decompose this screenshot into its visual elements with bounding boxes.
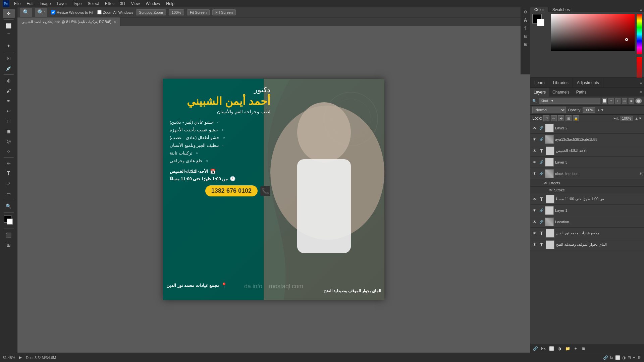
adjustment-filter-icon[interactable]: ✦ — [608, 98, 614, 104]
layers-icon[interactable]: ⊟ — [522, 33, 529, 40]
mini-bridge-icon[interactable]: ⊞ — [522, 41, 529, 48]
eye-days[interactable]: 👁 — [532, 148, 538, 154]
eye-layer2[interactable]: 👁 — [532, 125, 538, 131]
move-tool[interactable]: ✛ — [3, 9, 15, 18]
learn-tab[interactable]: Learn — [530, 78, 549, 87]
stamp-tool[interactable]: ✒ — [3, 96, 15, 106]
lock-artboard-icon[interactable]: ⊞ — [566, 115, 572, 121]
add-style-icon[interactable]: Fx — [540, 346, 546, 352]
crop-tool[interactable]: ⊡ — [3, 54, 15, 63]
zoom-out-icon[interactable]: 🔍- — [35, 8, 47, 17]
layer-item-layer3[interactable]: 👁 🔗 Layer 3 — [530, 157, 644, 168]
eye-loc-text2[interactable]: 👁 — [532, 242, 538, 248]
document-tab[interactable]: إعلان.د احمد الشبيني.psd @ 81.5% (تركيبا… — [17, 17, 120, 26]
opacity-stepper[interactable]: ▲▼ — [597, 108, 604, 112]
gradient-tool[interactable]: ▣ — [3, 126, 15, 136]
menu-layer[interactable]: Layer — [54, 1, 69, 7]
fit-screen-btn[interactable]: Fit Screen — [187, 9, 210, 15]
lock-pixels-icon[interactable]: ✏ — [551, 115, 557, 121]
brush-tool[interactable]: 🖌 — [3, 86, 15, 96]
pixel-filter-icon[interactable]: ⬜ — [602, 98, 607, 104]
layers-kind-filter[interactable]: Kind ▼ — [539, 98, 600, 104]
fullscreen-btn[interactable]: ⊞ — [3, 240, 15, 250]
learn-panel-collapse[interactable]: ≡ — [638, 80, 644, 85]
layer-item-location[interactable]: 👁 🔗 Location. — [530, 216, 644, 228]
history-brush[interactable]: ↩ — [3, 106, 15, 116]
adjustment-icon-status[interactable]: ◑ — [622, 355, 626, 360]
layers-panel-collapse[interactable]: ≡ — [638, 90, 644, 95]
eye-aya[interactable]: 👁 — [532, 136, 538, 142]
menu-select[interactable]: Select — [85, 1, 101, 7]
scrubby-zoom-btn[interactable]: Scrubby Zoom — [136, 9, 166, 15]
paragraph-icon[interactable]: ¶ — [522, 25, 529, 32]
eye-layer1[interactable]: 👁 — [532, 207, 538, 214]
eye-location[interactable]: 👁 — [532, 219, 538, 225]
plus-icon-status[interactable]: + — [633, 355, 635, 360]
layer-item-layer1[interactable]: 👁 🔗 Layer 1 — [530, 205, 644, 216]
effects-eye[interactable]: 👁 — [544, 181, 547, 185]
menu-edit[interactable]: Edit — [24, 1, 36, 7]
menu-file[interactable]: File — [11, 1, 23, 7]
stroke-eye[interactable]: 👁 — [549, 188, 553, 192]
fill-input[interactable] — [621, 116, 633, 121]
eraser-tool[interactable]: ◻ — [3, 116, 15, 126]
healing-tool[interactable]: ⊕ — [3, 76, 15, 85]
layer-item-hours[interactable]: 👁 T من 1:00 ظهرًا حتى 11:00 مساءً — [530, 193, 644, 205]
menu-window[interactable]: Window — [143, 1, 163, 7]
eye-clock[interactable]: 👁 — [532, 171, 538, 177]
zoom-pct-btn[interactable]: 100% — [169, 9, 184, 15]
type-tool[interactable]: T — [3, 169, 15, 178]
fill-stepper[interactable]: ▲▼ — [635, 116, 642, 120]
layer-item-layer2[interactable]: 👁 🔗 Layer 2 — [530, 122, 644, 134]
delete-icon-status[interactable]: 🗑 — [637, 355, 641, 360]
mask-icon-status[interactable]: ⬜ — [615, 355, 620, 360]
add-adjustment-icon[interactable]: ◑ — [556, 346, 562, 352]
quick-select-tool[interactable]: ✦ — [3, 41, 15, 51]
add-layer-icon[interactable]: + — [573, 346, 579, 352]
add-group-icon[interactable]: 📁 — [565, 346, 571, 352]
character-icon[interactable]: A — [522, 17, 529, 23]
layer-item-days[interactable]: 👁 T الأحد-الثلاثاء-الخميس — [530, 145, 644, 157]
screen-mode-btn[interactable]: ⬛ — [3, 230, 15, 240]
link-icon-status[interactable]: 🔗 — [603, 355, 608, 360]
path-tool[interactable]: ↗ — [3, 179, 15, 188]
background-swatch[interactable] — [7, 219, 13, 225]
shape-filter-icon[interactable]: ▭ — [622, 98, 627, 104]
fx-icon-status[interactable]: fx — [610, 355, 613, 360]
dodge-tool[interactable]: ○ — [3, 146, 15, 156]
lock-transparency-icon[interactable]: ⬚ — [543, 115, 549, 121]
color-panel-collapse[interactable]: ≡ — [638, 7, 644, 12]
eye-hours[interactable]: 👁 — [532, 196, 538, 202]
color-gradient-picker[interactable] — [551, 14, 635, 51]
type-filter-icon[interactable]: T — [615, 98, 621, 104]
layer-item-loc-text1[interactable]: 👁 T مجمع عيادات محمد نور الدين — [530, 228, 644, 239]
background-color-swatch[interactable] — [537, 19, 544, 26]
hue-strip[interactable] — [637, 14, 642, 54]
layer-item-clock[interactable]: 👁 🔗 clock-line-icon. fx — [530, 168, 644, 179]
eye-layer3[interactable]: 👁 — [532, 159, 538, 165]
foreground-background-swatches[interactable] — [3, 215, 15, 227]
close-tab-btn[interactable]: ✕ — [113, 20, 116, 24]
arrow-icon[interactable]: ▶ — [19, 355, 22, 360]
opacity-input[interactable] — [583, 107, 595, 113]
zoom-tool[interactable]: 🔍 — [3, 201, 15, 211]
layer-item-loc-text2[interactable]: 👁 T الماي-بجوار الموقف وصيدلية الفتح — [530, 239, 644, 250]
blur-tool[interactable]: ◎ — [3, 136, 15, 146]
toggle-filter-icon[interactable]: ⬤ — [635, 98, 642, 104]
lock-all-icon[interactable]: 🔒 — [573, 115, 579, 121]
eyedropper-tool[interactable]: 💉 — [3, 64, 15, 73]
fill-screen-btn[interactable]: Fill Screen — [212, 9, 236, 15]
properties-icon[interactable]: ⚙ — [522, 9, 529, 15]
smart-filter-icon[interactable]: ◉ — [629, 98, 634, 104]
menu-view[interactable]: View — [128, 1, 143, 7]
add-mask-icon[interactable]: ⬜ — [548, 346, 554, 352]
zoom-all-checkbox[interactable] — [97, 10, 102, 14]
link-layers-icon[interactable]: 🔗 — [532, 346, 538, 352]
menu-3d[interactable]: 3D — [117, 1, 127, 7]
layers-tab[interactable]: Layers — [530, 88, 549, 97]
resize-windows-checkbox[interactable] — [51, 10, 55, 14]
menu-help[interactable]: Help — [163, 1, 177, 7]
menu-filter[interactable]: Filter — [102, 1, 117, 7]
color-tab[interactable]: Color — [530, 7, 548, 12]
delete-layer-icon[interactable]: 🗑 — [581, 346, 587, 352]
